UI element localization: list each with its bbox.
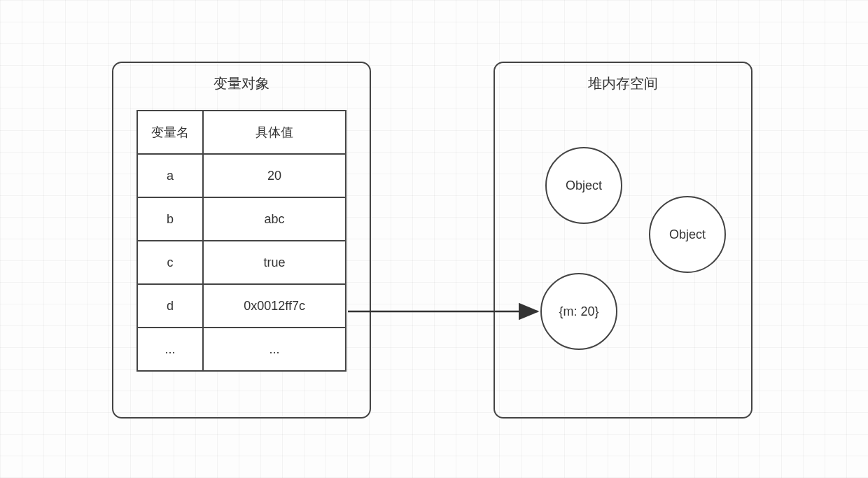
var-name-cell: a: [137, 154, 203, 197]
var-value-cell: true: [203, 241, 346, 284]
heap-object-label: Object: [566, 178, 602, 193]
heap-memory-title: 堆内存空间: [495, 74, 751, 93]
variable-object-panel: 变量对象 变量名 具体值 a 20 b abc c true d 0x0012: [112, 62, 371, 419]
heap-object: {m: 20}: [540, 273, 617, 350]
var-value-cell: 0x0012ff7c: [203, 284, 346, 328]
heap-object-label: {m: 20}: [559, 304, 598, 319]
table-header-row: 变量名 具体值: [137, 111, 346, 154]
heap-object: Object: [649, 196, 726, 273]
var-value-cell: 20: [203, 154, 346, 197]
var-name-cell: b: [137, 197, 203, 241]
table-header-name: 变量名: [137, 111, 203, 154]
table-row: ... ...: [137, 328, 346, 371]
table-row: d 0x0012ff7c: [137, 284, 346, 328]
var-name-cell: c: [137, 241, 203, 284]
heap-memory-panel: 堆内存空间 Object Object {m: 20}: [493, 62, 752, 419]
var-name-cell: ...: [137, 328, 203, 371]
var-name-cell: d: [137, 284, 203, 328]
heap-object-label: Object: [669, 227, 706, 242]
var-value-cell: ...: [203, 328, 346, 371]
variable-object-title: 变量对象: [113, 74, 370, 93]
table-row: c true: [137, 241, 346, 284]
table-row: a 20: [137, 154, 346, 197]
table-header-value: 具体值: [203, 111, 346, 154]
var-value-cell: abc: [203, 197, 346, 241]
heap-object: Object: [545, 147, 622, 224]
table-row: b abc: [137, 197, 346, 241]
variable-table: 变量名 具体值 a 20 b abc c true d 0x0012ff7c .: [136, 110, 346, 372]
